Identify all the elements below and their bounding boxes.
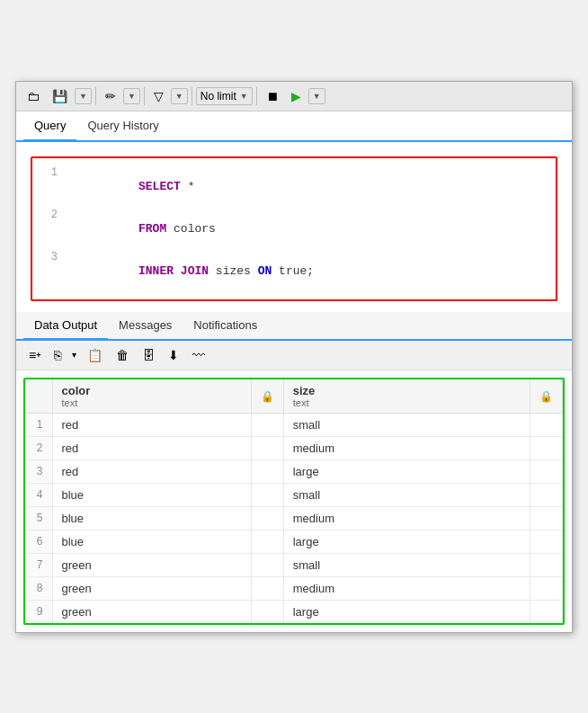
cell-color-lock xyxy=(251,576,283,600)
line-number-3: 3 xyxy=(40,251,58,263)
no-limit-label: No limit xyxy=(200,90,236,102)
cell-color[interactable]: blue xyxy=(52,530,251,553)
tab-notifications[interactable]: Notifications xyxy=(183,312,268,341)
stop-icon: ⏹ xyxy=(266,89,279,103)
paste-button[interactable]: 📋 xyxy=(82,344,108,366)
sql-code-1: SELECT * xyxy=(68,166,194,207)
delete-button[interactable]: 🗑 xyxy=(111,344,134,366)
cell-size-lock xyxy=(530,600,563,623)
cell-size[interactable]: small xyxy=(283,553,530,576)
table-header-row: color text 🔒 size text 🔒 xyxy=(25,379,563,414)
separator-2 xyxy=(144,87,145,105)
main-window: 🗀 💾 ▼ ✏ ▼ ▽ ▼ No limit ▼ ⏹ xyxy=(15,81,573,633)
no-limit-dropdown[interactable]: No limit ▼ xyxy=(196,87,253,105)
run-dropdown[interactable]: ▼ xyxy=(308,88,325,104)
table-row[interactable]: 4 blue small xyxy=(25,483,563,506)
save-dropdown[interactable]: ▼ xyxy=(75,88,92,104)
pencil-icon: ✏ xyxy=(105,89,116,103)
sql-join-table: sizes xyxy=(209,264,258,278)
cell-color-lock xyxy=(251,553,283,576)
cell-size[interactable]: small xyxy=(283,413,530,436)
cell-color-lock xyxy=(251,506,283,530)
tab-messages[interactable]: Messages xyxy=(108,312,183,341)
results-table: color text 🔒 size text 🔒 1 xyxy=(25,379,563,623)
table-row[interactable]: 7 green small xyxy=(25,553,563,576)
tab-query[interactable]: Query xyxy=(23,111,76,142)
download-button[interactable]: ⬇ xyxy=(163,344,184,366)
cell-size[interactable]: large xyxy=(283,530,530,553)
caret-icon: ▼ xyxy=(79,92,87,101)
sql-line-3: 3 INNER JOIN sizes ON true; xyxy=(32,250,556,292)
stop-button[interactable]: ⏹ xyxy=(261,85,284,107)
column-header-color[interactable]: color text xyxy=(52,379,251,414)
sql-on-condition: true; xyxy=(272,264,314,278)
cell-color[interactable]: green xyxy=(52,576,251,600)
row-number: 8 xyxy=(25,576,52,600)
row-number: 5 xyxy=(25,506,52,530)
table-row[interactable]: 2 red medium xyxy=(25,436,563,459)
row-number: 7 xyxy=(25,553,52,576)
col-name-color: color xyxy=(62,384,242,397)
copy-dropdown-button[interactable]: ▾ xyxy=(69,346,79,363)
cell-color[interactable]: blue xyxy=(52,506,251,530)
sql-line-2: 2 FROM colors xyxy=(32,208,556,250)
copy-button[interactable]: ⎘ xyxy=(49,344,67,366)
sql-editor[interactable]: 1 SELECT * 2 FROM colors 3 INNER JOIN si… xyxy=(31,156,557,301)
cell-color[interactable]: green xyxy=(52,600,251,623)
cell-color[interactable]: red xyxy=(52,413,251,436)
edit-button[interactable]: ✏ xyxy=(100,85,121,107)
table-row[interactable]: 8 green medium xyxy=(25,576,563,600)
row-number: 2 xyxy=(25,436,52,459)
tab-data-output[interactable]: Data Output xyxy=(23,312,108,341)
open-file-button[interactable]: 🗀 xyxy=(22,85,45,107)
cell-size[interactable]: large xyxy=(283,459,530,483)
cell-size[interactable]: small xyxy=(283,483,530,506)
tab-query-history[interactable]: Query History xyxy=(76,111,169,142)
table-row[interactable]: 9 green large xyxy=(25,600,563,623)
lock-size-icon: 🔒 xyxy=(539,390,553,403)
sql-star: * xyxy=(181,180,195,193)
table-row[interactable]: 3 red large xyxy=(25,459,563,483)
cell-color[interactable]: red xyxy=(52,436,251,459)
cell-size-lock xyxy=(530,483,563,506)
table-row[interactable]: 1 red small xyxy=(25,413,563,436)
run-button[interactable]: ▶ xyxy=(286,85,307,107)
lock-color-header: 🔒 xyxy=(251,379,283,414)
db-button[interactable]: 🗄 xyxy=(137,344,160,366)
lock-color-icon: 🔒 xyxy=(261,390,274,403)
row-number: 9 xyxy=(25,600,52,623)
caret-icon-5: ▼ xyxy=(313,92,321,101)
save-icon: 💾 xyxy=(52,89,67,103)
filter-button[interactable]: ▽ xyxy=(148,85,169,107)
edit-dropdown[interactable]: ▼ xyxy=(123,88,140,104)
cell-color-lock xyxy=(251,436,283,459)
data-toolbar: ≡+ ⎘ ▾ 📋 🗑 🗄 ⬇ 〰 xyxy=(16,341,572,370)
add-row-button[interactable]: ≡+ xyxy=(23,344,46,366)
cell-color[interactable]: blue xyxy=(52,483,251,506)
line-number-1: 1 xyxy=(40,166,58,179)
separator-4 xyxy=(256,87,257,105)
column-header-size[interactable]: size text xyxy=(283,379,530,414)
row-number: 1 xyxy=(25,413,52,436)
cell-color-lock xyxy=(251,459,283,483)
separator-1 xyxy=(95,87,96,105)
save-button[interactable]: 💾 xyxy=(47,85,73,107)
filter-dropdown[interactable]: ▼ xyxy=(171,88,188,104)
row-number: 6 xyxy=(25,530,52,553)
cell-color[interactable]: green xyxy=(52,553,251,576)
cell-size-lock xyxy=(530,506,563,530)
cell-size-lock xyxy=(530,436,563,459)
cell-size[interactable]: medium xyxy=(283,576,530,600)
cell-color[interactable]: red xyxy=(52,459,251,483)
line-number-2: 2 xyxy=(40,209,58,221)
run-icon: ▶ xyxy=(291,89,301,103)
table-row[interactable]: 5 blue medium xyxy=(25,506,563,530)
cell-size[interactable]: medium xyxy=(283,506,530,530)
chart-button[interactable]: 〰 xyxy=(187,344,210,366)
cell-size[interactable]: large xyxy=(283,600,530,623)
cell-size[interactable]: medium xyxy=(283,436,530,459)
sql-code-2: FROM colors xyxy=(68,209,216,249)
table-row[interactable]: 6 blue large xyxy=(25,530,563,553)
cell-size-lock xyxy=(530,459,563,483)
cell-size-lock xyxy=(530,576,563,600)
